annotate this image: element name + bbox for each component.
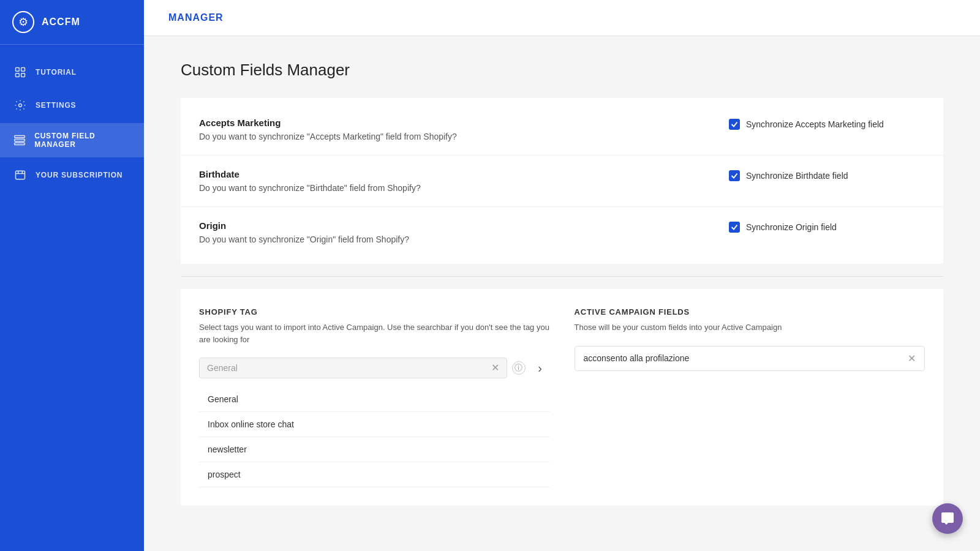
info-icon[interactable]: ⓘ bbox=[512, 361, 526, 375]
active-campaign-title: ACTIVE CAMPAIGN FIELDS bbox=[575, 307, 925, 317]
section-divider bbox=[181, 276, 943, 277]
svg-rect-7 bbox=[15, 143, 25, 144]
lower-section: SHOPIFY TAG Select tags you want to impo… bbox=[181, 289, 943, 506]
svg-rect-8 bbox=[16, 171, 25, 179]
ac-field-value-0: acconsento alla profilazione bbox=[584, 353, 690, 363]
svg-rect-3 bbox=[21, 73, 25, 77]
field-desc-origin: Do you want to synchronize "Origin" fiel… bbox=[199, 234, 729, 244]
active-campaign-column: ACTIVE CAMPAIGN FIELDS Those will be you… bbox=[575, 307, 925, 487]
box-icon bbox=[13, 66, 27, 79]
shopify-search-wrap: ✕ bbox=[199, 358, 507, 378]
fields-icon bbox=[13, 133, 26, 147]
fields-section: Accepts Marketing Do you want to synchro… bbox=[181, 98, 943, 264]
field-row-accepts-marketing: Accepts Marketing Do you want to synchro… bbox=[181, 104, 943, 156]
sync-label-origin: Synchronize Origin field bbox=[746, 222, 837, 232]
shopify-tag-column: SHOPIFY TAG Select tags you want to impo… bbox=[199, 307, 550, 487]
field-info-origin: Origin Do you want to synchronize "Origi… bbox=[199, 220, 729, 244]
chevron-right-icon[interactable]: › bbox=[530, 358, 550, 378]
logo-icon: ⚙ bbox=[12, 11, 34, 33]
main-area: MANAGER Custom Fields Manager Accepts Ma… bbox=[144, 0, 980, 551]
search-clear-icon[interactable]: ✕ bbox=[491, 363, 499, 373]
field-info-birthdate: Birthdate Do you want to synchronize "Bi… bbox=[199, 169, 729, 193]
checkbox-accepts-marketing[interactable] bbox=[729, 119, 740, 130]
sidebar-item-settings-label: SETTINGS bbox=[36, 101, 76, 110]
tag-item-prospect[interactable]: prospect bbox=[199, 462, 550, 487]
svg-rect-1 bbox=[21, 68, 25, 72]
field-name-origin: Origin bbox=[199, 220, 729, 231]
shopify-tag-desc: Select tags you want to import into Acti… bbox=[199, 321, 550, 345]
svg-rect-2 bbox=[16, 73, 20, 77]
active-campaign-desc: Those will be your custom fields into yo… bbox=[575, 321, 925, 334]
top-bar: MANAGER bbox=[144, 0, 980, 36]
svg-rect-6 bbox=[15, 139, 25, 141]
checkbox-birthdate[interactable] bbox=[729, 170, 740, 181]
field-row-birthdate: Birthdate Do you want to synchronize "Bi… bbox=[181, 156, 943, 207]
field-name-accepts-marketing: Accepts Marketing bbox=[199, 118, 729, 128]
sidebar-item-settings[interactable]: SETTINGS bbox=[0, 90, 144, 121]
tag-item-inbox[interactable]: Inbox online store chat bbox=[199, 412, 550, 437]
sidebar-nav: TUTORIAL SETTINGS CUSTOM FIELD MANAGER bbox=[0, 45, 144, 203]
shopify-search-row: ✕ ⓘ › bbox=[199, 358, 550, 378]
field-sync-accepts-marketing: Synchronize Accepts Marketing field bbox=[729, 118, 925, 130]
sidebar-item-your-subscription-label: YOUR SUBSCRIPTION bbox=[36, 171, 123, 179]
top-bar-title: MANAGER bbox=[168, 12, 224, 23]
shopify-tag-title: SHOPIFY TAG bbox=[199, 307, 550, 317]
field-desc-accepts-marketing: Do you want to synchronize "Accepts Mark… bbox=[199, 132, 729, 141]
gear-icon bbox=[13, 99, 27, 112]
shopify-search-input[interactable] bbox=[207, 363, 491, 373]
field-info-accepts-marketing: Accepts Marketing Do you want to synchro… bbox=[199, 118, 729, 141]
sidebar-item-tutorial[interactable]: TUTORIAL bbox=[0, 57, 144, 88]
page-title: Custom Fields Manager bbox=[181, 61, 943, 80]
svg-rect-0 bbox=[16, 68, 20, 72]
sidebar-item-custom-field-manager-label: CUSTOM FIELD MANAGER bbox=[34, 132, 130, 149]
content-area: Custom Fields Manager Accepts Marketing … bbox=[144, 36, 980, 551]
sync-label-birthdate: Synchronize Birthdate field bbox=[746, 171, 848, 181]
ac-field-item-0: acconsento alla profilazione ✕ bbox=[575, 346, 925, 371]
sidebar: ⚙ ACCFM TUTORIAL SETTINGS bbox=[0, 0, 144, 551]
checkbox-origin[interactable] bbox=[729, 222, 740, 233]
field-sync-birthdate: Synchronize Birthdate field bbox=[729, 169, 925, 181]
tag-item-general[interactable]: General bbox=[199, 387, 550, 412]
svg-rect-5 bbox=[15, 136, 25, 138]
svg-point-4 bbox=[19, 104, 22, 107]
field-row-origin: Origin Do you want to synchronize "Origi… bbox=[181, 207, 943, 258]
field-name-birthdate: Birthdate bbox=[199, 169, 729, 179]
logo-text: ACCFM bbox=[42, 17, 80, 28]
ac-field-close-0[interactable]: ✕ bbox=[908, 353, 916, 364]
sync-label-accepts-marketing: Synchronize Accepts Marketing field bbox=[746, 119, 884, 129]
shopify-tag-list: General Inbox online store chat newslett… bbox=[199, 387, 550, 487]
field-sync-origin: Synchronize Origin field bbox=[729, 220, 925, 233]
tag-item-newsletter[interactable]: newsletter bbox=[199, 437, 550, 462]
sidebar-logo: ⚙ ACCFM bbox=[0, 0, 144, 45]
sidebar-item-tutorial-label: TUTORIAL bbox=[36, 68, 77, 77]
sidebar-item-custom-field-manager[interactable]: CUSTOM FIELD MANAGER bbox=[0, 123, 144, 157]
field-desc-birthdate: Do you want to synchronize "Birthdate" f… bbox=[199, 183, 729, 193]
chat-bubble[interactable] bbox=[932, 503, 963, 534]
sidebar-item-your-subscription[interactable]: YOUR SUBSCRIPTION bbox=[0, 160, 144, 190]
subscription-icon bbox=[13, 168, 27, 182]
